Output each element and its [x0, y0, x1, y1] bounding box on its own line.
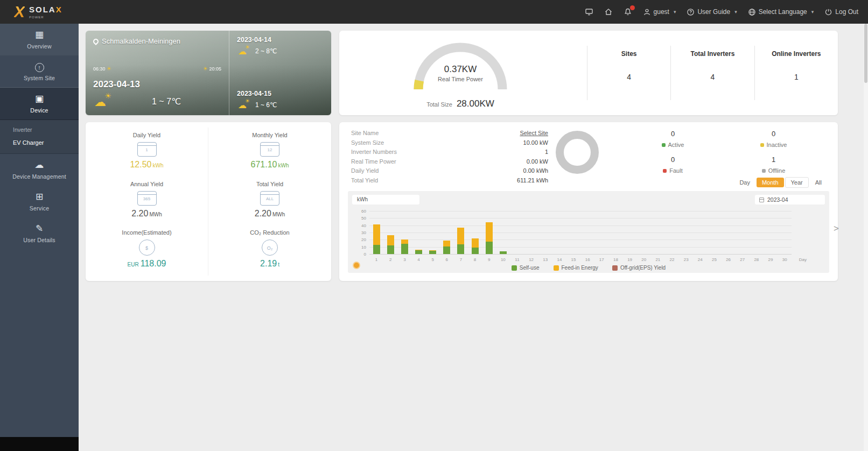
tab-month[interactable]: Month [757, 178, 784, 187]
bar-segment-self-use [429, 251, 436, 254]
sidebar-item-device[interactable]: ▣Device [0, 87, 79, 120]
service-icon: ⊞ [2, 191, 76, 203]
weather-location: Schmalkalden-Meiningen [102, 37, 180, 45]
logout-menu[interactable]: Log Out [824, 8, 858, 16]
site-row-value: 1 [545, 147, 548, 157]
bar-slot [764, 212, 778, 254]
status-label: Offline [723, 167, 824, 174]
period-tabs: DayMonthYearAll [734, 177, 827, 188]
stacked-bar[interactable] [486, 222, 493, 254]
chart-xlabel: Day [799, 257, 807, 262]
status-dot [762, 169, 766, 173]
language-menu[interactable]: Select Language [748, 8, 814, 16]
calendar-icon [759, 198, 764, 202]
tab-year[interactable]: Year [785, 177, 809, 188]
sidebar-subitem-inverter[interactable]: Inverter [0, 122, 79, 135]
bar-segment-self-use [373, 245, 380, 254]
stat-total-inverters: Total Inverters 4 [670, 46, 754, 100]
tab-all[interactable]: All [810, 178, 827, 187]
next-chevron-icon[interactable]: > [834, 223, 839, 234]
language-label: Select Language [759, 8, 807, 16]
yield-card: Daily Yield112.50kWhMonthly Yield12671.1… [86, 122, 331, 281]
yield-label: Daily Yield [86, 132, 208, 138]
user-guide-menu[interactable]: User Guide [687, 8, 737, 16]
chart-date-picker[interactable]: 2023-04 [755, 195, 825, 205]
chart-ytick: 50 [353, 216, 366, 221]
stacked-bar[interactable] [457, 228, 464, 254]
page-scrollbar[interactable] [864, 24, 868, 451]
sidebar-item-service[interactable]: ⊞Service [0, 186, 79, 217]
stacked-bar[interactable] [500, 251, 507, 254]
chart-ytick: 20 [353, 237, 366, 242]
stacked-bar[interactable] [472, 238, 479, 254]
bar-slot [454, 212, 468, 254]
stacked-bar[interactable] [387, 235, 394, 254]
yield-value: EUR118.09 [86, 259, 208, 269]
chart-plot: 0102030405060 [369, 212, 792, 255]
user-guide-label: User Guide [697, 8, 730, 16]
topbar-menu: guest User Guide Select Language Log Out [585, 8, 858, 16]
logo-x-letter: X [56, 5, 62, 14]
stacked-bar[interactable] [373, 224, 380, 254]
chart-xtick: 1 [369, 257, 383, 262]
chart-unit-select[interactable]: kWh [352, 195, 419, 205]
site-row-value: 10.00 kW [523, 138, 548, 148]
sidebar-item-label: Overview [2, 43, 76, 50]
annual-yield-icon: 365 [137, 191, 157, 206]
yield-label: Total Yield [208, 181, 331, 187]
solax-x-logo-icon: X [14, 4, 25, 20]
bar-slot [426, 212, 440, 254]
user-menu[interactable]: guest [643, 8, 676, 16]
sidebar-subitem-ev-charger[interactable]: EV Charger [0, 135, 79, 148]
sidebar-item-label: System Site [2, 75, 76, 81]
forecast-day-1: 2023-04-14 ☀☁ 2 ~ 8℃ [237, 36, 324, 56]
total-size-label: Total Size [426, 101, 452, 108]
stacked-bar[interactable] [429, 250, 436, 254]
chart-xticks: 1234567891011121314151617181920212223242… [369, 257, 792, 262]
select-site-link[interactable]: Select Site [520, 129, 548, 138]
bar-segment-feed-in-energy [457, 228, 464, 244]
site-row-value: 611.21 kWh [517, 176, 548, 186]
site-row-label: Inverter Numbers [351, 147, 397, 157]
chart-xtick: 12 [524, 257, 538, 262]
stat-sites: Sites 4 [587, 46, 670, 100]
scrollbar-thumb[interactable] [864, 24, 867, 83]
chart-xtick: 14 [552, 257, 566, 262]
bar-segment-feed-in-energy [387, 235, 394, 245]
site-info-row: System Size10.00 kW [351, 138, 548, 148]
stacked-bar[interactable] [415, 250, 422, 254]
stacked-bar[interactable] [443, 241, 450, 254]
bar-slot [778, 212, 792, 254]
site-info-row: Site NameSelect Site [351, 129, 548, 138]
bar-segment-self-use [472, 248, 479, 254]
chart-xtick: 19 [623, 257, 637, 262]
total-yield-icon: ALL [260, 191, 279, 206]
sidebar-item-label: Device [2, 107, 76, 114]
sidebar-item-user-details[interactable]: ✎User Details [0, 217, 79, 249]
chart-help-icon[interactable] [353, 262, 360, 269]
sidebar-item-system-site[interactable]: ↑System Site [0, 55, 79, 87]
site-info-list: Site NameSelect SiteSystem Size10.00 kWI… [348, 129, 548, 185]
bar-slot [440, 212, 454, 254]
status-count: 0 [622, 156, 723, 164]
screen-icon[interactable] [585, 8, 593, 16]
forecast-date: 2023-04-15 [237, 90, 324, 97]
stacked-bar[interactable] [401, 239, 408, 254]
home-icon[interactable] [604, 8, 613, 16]
bell-icon[interactable] [624, 8, 632, 16]
yield-chart-panel: kWh 2023-04 0102030405060 12345678910111… [348, 191, 829, 273]
status-count: 0 [622, 130, 723, 138]
chart-xtick: 11 [510, 257, 524, 262]
chart-xtick: 24 [693, 257, 707, 262]
bar-segment-feed-in-energy [472, 238, 479, 248]
chart-xtick: 8 [468, 257, 482, 262]
status-fault: 0Fault [622, 156, 723, 181]
sunset-time: 20:05 [209, 66, 221, 72]
system-site-icon: ↑ [2, 61, 76, 73]
sidebar-item-overview[interactable]: ▦Overview [0, 24, 79, 55]
sidebar-item-device-management[interactable]: ☁Device Management [0, 154, 79, 186]
chart-xtick: 2 [383, 257, 397, 262]
bar-slot [651, 212, 665, 254]
bar-segment-self-use [457, 244, 464, 254]
tab-day[interactable]: Day [734, 178, 755, 187]
